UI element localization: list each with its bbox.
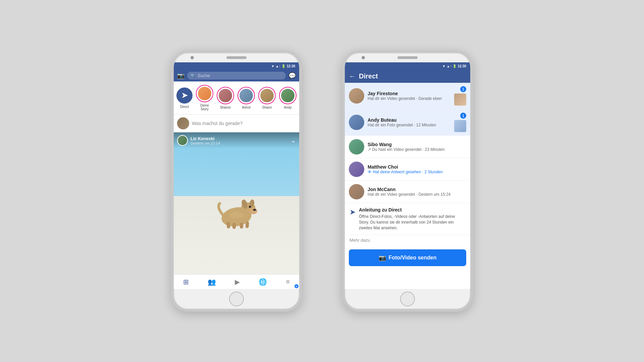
post-placeholder: Was machst du gerade?: [192, 121, 296, 126]
shaon-label: Shaon: [262, 106, 272, 109]
sharon-avatar: [218, 88, 233, 103]
sibo-name: Sibo Wang: [368, 142, 463, 147]
jon-avatar: [349, 184, 364, 199]
nav-video-icon[interactable]: ▶: [235, 278, 240, 286]
phone-camera: [191, 56, 194, 59]
direct-label: Direct: [180, 105, 189, 109]
direct-title: Direct: [359, 72, 378, 80]
post-header-overlay: Liz Keneski Gestern um 22:14 ⌄: [174, 132, 299, 148]
guide-header: ➤ Anleitung zu Direct Öffne Direct-Fotos…: [350, 207, 466, 231]
phone-screen-2: ▼ ▲↑ 🔋 12:30 ← Direct Jay Firestone Hat …: [345, 62, 470, 289]
andy-avatar: [280, 88, 295, 103]
phone-2: ▼ ▲↑ 🔋 12:30 ← Direct Jay Firestone Hat …: [342, 50, 473, 312]
messenger-icon[interactable]: 💬: [288, 72, 296, 79]
back-button[interactable]: ←: [349, 72, 356, 80]
status-bar-2: ▼ ▲↑ 🔋 12:30: [345, 62, 470, 70]
jay-avatar: [349, 88, 364, 104]
search-bar[interactable]: 🔍 Suche: [187, 72, 286, 79]
story-item-deine[interactable]: + Deine Story: [196, 85, 213, 111]
dog-illustration: [210, 190, 263, 232]
jay-content: Jay Firestone Hat dir ein Video gesendet…: [368, 91, 451, 101]
post-user-avatar: [177, 135, 188, 146]
andy-name: Andy Buteau: [368, 117, 451, 123]
time-display-2: 12:30: [458, 64, 466, 68]
ashot-label: Ashot: [242, 106, 251, 109]
andy-ring: [279, 87, 297, 104]
sibo-avatar: [349, 139, 364, 155]
ashot-ring: [237, 87, 255, 104]
deine-avatar: +: [197, 86, 212, 101]
direct-item-andy[interactable]: Andy Buteau Hat dir ein Foto gesendet · …: [345, 109, 470, 136]
post-time: Gestern um 22:14: [191, 141, 220, 145]
signal-icon: ▼: [271, 64, 275, 68]
sharon-label: Sharon: [220, 106, 231, 109]
time-display-1: 12:30: [286, 64, 295, 68]
matthew-content: Matthew Choi 👁 Hat deine Antwort gesehen…: [368, 164, 463, 174]
nav-menu-icon[interactable]: ≡: [286, 278, 290, 286]
story-item-shaon[interactable]: Shaon: [258, 87, 276, 109]
nav-friends-icon[interactable]: 👥: [208, 278, 216, 286]
andy-label: Andy: [284, 106, 292, 109]
post-box[interactable]: Was machst du gerade?: [174, 115, 299, 132]
nav-feed-icon[interactable]: ⊞: [183, 278, 189, 286]
mehr-dazu[interactable]: Mehr dazu: [345, 238, 470, 246]
svg-point-6: [249, 206, 251, 208]
status-bar-1: ▼ ▲↑ 🔋 12:30: [174, 62, 299, 70]
andy-msg: Hat dir ein Foto gesendet · 12 Minuten: [368, 123, 451, 127]
camera-header-icon[interactable]: 📷: [177, 72, 184, 79]
svg-point-4: [249, 208, 257, 214]
story-item-andy[interactable]: Andy: [279, 87, 297, 109]
direct-item-sibo[interactable]: Sibo Wang ↗ Du hast ein Video gesendet ·…: [345, 136, 470, 158]
post-user-name: Liz Keneski: [191, 136, 220, 141]
add-story-badge: +: [294, 284, 299, 289]
nav-globe-icon[interactable]: 🌐: [259, 278, 267, 286]
sharon-ring: [217, 87, 234, 104]
send-btn-label: Foto/Video senden: [389, 255, 437, 261]
phone-screen-1: ▼ ▲↑ 🔋 12:30 📷 🔍 Suche 💬 ➤ Direct: [174, 62, 299, 289]
phone-1: ▼ ▲↑ 🔋 12:30 📷 🔍 Suche 💬 ➤ Direct: [171, 50, 302, 312]
shaon-avatar: [260, 88, 274, 103]
matthew-msg: 👁 Hat deine Antwort gesehen · 2 Stunden: [368, 170, 463, 174]
guide-content: Anleitung zu Direct Öffne Direct-Fotos, …: [359, 207, 466, 231]
jay-thumb: [454, 94, 466, 106]
jay-right: 1: [454, 86, 466, 106]
jon-name: Jon McCann: [368, 187, 463, 192]
send-photo-video-button[interactable]: 📷 Foto/Video senden: [349, 249, 466, 266]
direct-list: Jay Firestone Hat dir ein Video gesendet…: [345, 83, 470, 289]
home-button-1[interactable]: [229, 292, 244, 306]
story-item-sharon[interactable]: Sharon: [217, 87, 234, 109]
phone-speaker: [226, 56, 247, 59]
feed-post[interactable]: Liz Keneski Gestern um 22:14 ⌄: [174, 132, 299, 274]
direct-item-jon[interactable]: Jon McCann Hat dir ein Video gesendet · …: [345, 181, 470, 203]
svg-point-11: [230, 212, 243, 219]
andy-right: 1: [454, 113, 466, 132]
home-button-2[interactable]: [400, 292, 415, 306]
bottom-nav: ⊞ 👥 ▶ 🌐 ≡: [174, 274, 299, 289]
jay-name: Jay Firestone: [368, 91, 451, 96]
direct-guide: ➤ Anleitung zu Direct Öffne Direct-Fotos…: [345, 203, 470, 235]
direct-avatar: ➤: [176, 87, 193, 104]
andy-dm-avatar: [349, 115, 364, 130]
status-icons-2: ▼ ▲↑ 🔋 12:30: [442, 64, 466, 68]
jay-msg: Hat dir ein Video gesendet · Gerade eben: [368, 96, 451, 101]
story-item-direct[interactable]: ➤ Direct: [176, 87, 193, 109]
story-item-ashot[interactable]: Ashot: [237, 87, 255, 109]
direct-icon: ➤: [181, 91, 187, 100]
jay-badge: 1: [460, 86, 466, 92]
andy-badge: 1: [460, 113, 466, 119]
direct-item-matthew[interactable]: Matthew Choi 👁 Hat deine Antwort gesehen…: [345, 158, 470, 181]
search-placeholder: Suche: [198, 73, 210, 78]
jon-content: Jon McCann Hat dir ein Video gesendet · …: [368, 187, 463, 197]
battery-icon-2: 🔋: [452, 64, 457, 68]
shaon-ring: [258, 87, 276, 104]
send-camera-icon: 📷: [379, 254, 386, 261]
post-chevron-icon[interactable]: ⌄: [291, 137, 296, 144]
guide-direct-icon: ➤: [350, 208, 356, 217]
deine-story-ring: +: [196, 85, 213, 102]
phone-camera-2: [362, 56, 365, 59]
direct-item-jay[interactable]: Jay Firestone Hat dir ein Video gesendet…: [345, 83, 470, 109]
my-avatar: [177, 117, 189, 129]
fb-header: 📷 🔍 Suche 💬: [174, 70, 299, 81]
svg-rect-8: [232, 223, 236, 229]
deine-label: Deine Story: [196, 104, 213, 111]
